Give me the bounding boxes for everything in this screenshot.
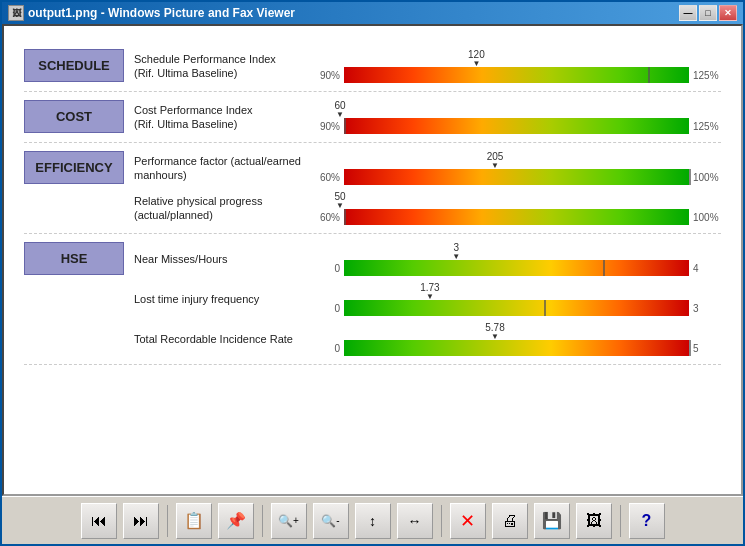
metric-row-hse-2: Total Recordable Incidence Rate5.78▼05 (134, 322, 721, 356)
bar-container-hse-2: 5.78▼05 (312, 322, 721, 356)
metric-label-hse-0: Near Misses/Hours (134, 252, 304, 266)
bar-marker-schedule-0: 120▼ (468, 49, 485, 68)
gradient-bar-schedule-0 (344, 67, 689, 83)
bar-track-schedule-0 (344, 67, 689, 83)
bar-marker-efficiency-1: 50▼ (334, 191, 345, 210)
bar-marker-hse-1: 1.73▼ (420, 282, 439, 301)
fit-width-button[interactable]: ↔ (397, 503, 433, 539)
section-cost: COSTCost Performance Index(Rif. Ultima B… (24, 92, 721, 143)
delete-button[interactable]: ✕ (450, 503, 486, 539)
marker-row-hse-1: 1.73▼ (312, 282, 721, 298)
bar-wrapper-efficiency-1: 60%100% (312, 209, 721, 225)
title-buttons: — □ ✕ (679, 5, 737, 21)
open-button[interactable]: 🖼 (576, 503, 612, 539)
marker-row-efficiency-0: 205▼ (312, 151, 721, 167)
metric-label-hse-2: Total Recordable Incidence Rate (134, 332, 304, 346)
bar-track-hse-2 (344, 340, 689, 356)
bar-track-hse-1 (344, 300, 689, 316)
marker-arrow-efficiency-1: ▼ (336, 202, 344, 210)
window-title: output1.png - Windows Picture and Fax Vi… (28, 6, 295, 20)
gradient-bar-efficiency-1 (344, 209, 689, 225)
metrics-hse: Near Misses/Hours3▼04Lost time injury fr… (134, 242, 721, 356)
indicator-line-efficiency-0 (689, 169, 691, 185)
scale-start-efficiency-0: 60% (312, 172, 340, 183)
gradient-bar-hse-1 (344, 300, 689, 316)
scale-start-hse-0: 0 (312, 263, 340, 274)
help-button[interactable]: ? (629, 503, 665, 539)
bar-marker-hse-2: 5.78▼ (485, 322, 504, 341)
print-button[interactable]: 🖨 (492, 503, 528, 539)
bar-container-schedule-0: 120▼90%125% (312, 49, 721, 83)
fit-height-button[interactable]: ↕ (355, 503, 391, 539)
metrics-cost: Cost Performance Index(Rif. Ultima Basel… (134, 100, 721, 134)
marker-row-hse-2: 5.78▼ (312, 322, 721, 338)
separator-2 (262, 505, 263, 537)
gradient-bar-hse-2 (344, 340, 689, 356)
marker-row-hse-0: 3▼ (312, 242, 721, 258)
metric-row-schedule-0: Schedule Performance Index(Rif. Ultima B… (134, 49, 721, 83)
scale-end-efficiency-0: 100% (693, 172, 721, 183)
zoom-out-button[interactable]: 🔍- (313, 503, 349, 539)
marker-arrow-cost-0: ▼ (336, 111, 344, 119)
metric-row-efficiency-0: Performance factor (actual/earnedmanhour… (134, 151, 721, 185)
copy-button[interactable]: 📋 (176, 503, 212, 539)
bar-container-cost-0: 60▼90%125% (312, 100, 721, 134)
scale-start-hse-1: 0 (312, 303, 340, 314)
sections-container: SCHEDULESchedule Performance Index(Rif. … (24, 41, 721, 365)
bar-container-hse-1: 1.73▼03 (312, 282, 721, 316)
save-button[interactable]: 💾 (534, 503, 570, 539)
title-bar: 🖼 output1.png - Windows Picture and Fax … (2, 2, 743, 24)
separator-4 (620, 505, 621, 537)
section-hse: HSENear Misses/Hours3▼04Lost time injury… (24, 234, 721, 365)
maximize-button[interactable]: □ (699, 5, 717, 21)
bar-wrapper-cost-0: 90%125% (312, 118, 721, 134)
annotate-button[interactable]: 📌 (218, 503, 254, 539)
prev-button[interactable]: ⏭ (123, 503, 159, 539)
metric-row-efficiency-1: Relative physical progress(actual/planne… (134, 191, 721, 225)
indicator-line-hse-2 (689, 340, 691, 356)
first-button[interactable]: ⏮ (81, 503, 117, 539)
section-label-schedule: SCHEDULE (24, 49, 124, 82)
metric-label-hse-1: Lost time injury frequency (134, 292, 304, 306)
scale-end-cost-0: 125% (693, 121, 721, 132)
taskbar: ⏮ ⏭ 📋 📌 🔍+ 🔍- ↕ ↔ ✕ 🖨 💾 🖼 ? (2, 496, 743, 544)
bar-marker-cost-0: 60▼ (334, 100, 345, 119)
scale-end-efficiency-1: 100% (693, 212, 721, 223)
section-efficiency: EFFICIENCYPerformance factor (actual/ear… (24, 143, 721, 234)
minimize-button[interactable]: — (679, 5, 697, 21)
scale-start-schedule-0: 90% (312, 70, 340, 81)
close-button[interactable]: ✕ (719, 5, 737, 21)
bar-container-efficiency-1: 50▼60%100% (312, 191, 721, 225)
section-schedule: SCHEDULESchedule Performance Index(Rif. … (24, 41, 721, 92)
metric-row-hse-0: Near Misses/Hours3▼04 (134, 242, 721, 276)
content-area: SCHEDULESchedule Performance Index(Rif. … (2, 24, 743, 496)
metric-row-cost-0: Cost Performance Index(Rif. Ultima Basel… (134, 100, 721, 134)
bar-wrapper-hse-1: 03 (312, 300, 721, 316)
indicator-line-cost-0 (344, 118, 346, 134)
marker-row-cost-0: 60▼ (312, 100, 721, 116)
bar-track-hse-0 (344, 260, 689, 276)
metric-row-hse-1: Lost time injury frequency1.73▼03 (134, 282, 721, 316)
bar-container-efficiency-0: 205▼60%100% (312, 151, 721, 185)
scale-start-efficiency-1: 60% (312, 212, 340, 223)
metric-label-schedule-0: Schedule Performance Index(Rif. Ultima B… (134, 52, 304, 81)
indicator-line-hse-1 (544, 300, 546, 316)
title-bar-left: 🖼 output1.png - Windows Picture and Fax … (8, 5, 295, 21)
marker-row-schedule-0: 120▼ (312, 49, 721, 65)
bar-wrapper-efficiency-0: 60%100% (312, 169, 721, 185)
bar-marker-efficiency-0: 205▼ (487, 151, 504, 170)
bar-track-efficiency-1 (344, 209, 689, 225)
section-label-cost: COST (24, 100, 124, 133)
scale-start-hse-2: 0 (312, 343, 340, 354)
indicator-line-hse-0 (603, 260, 605, 276)
gradient-bar-efficiency-0 (344, 169, 689, 185)
metric-label-cost-0: Cost Performance Index(Rif. Ultima Basel… (134, 103, 304, 132)
zoom-in-button[interactable]: 🔍+ (271, 503, 307, 539)
scale-end-hse-1: 3 (693, 303, 721, 314)
bar-track-efficiency-0 (344, 169, 689, 185)
bar-wrapper-hse-0: 04 (312, 260, 721, 276)
metrics-efficiency: Performance factor (actual/earnedmanhour… (134, 151, 721, 225)
separator-3 (441, 505, 442, 537)
indicator-line-efficiency-1 (344, 209, 346, 225)
scale-end-hse-2: 5 (693, 343, 721, 354)
